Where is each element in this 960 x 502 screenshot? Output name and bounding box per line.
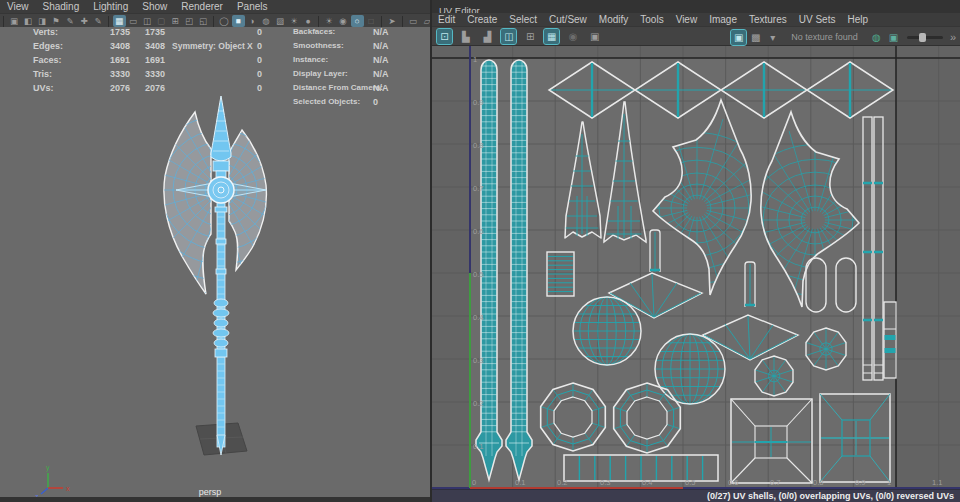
menu-view[interactable]: View [0, 1, 36, 12]
texture-status-label: No texture found [791, 32, 858, 42]
draw-icon[interactable]: ✎ [92, 15, 105, 27]
uv-statusbar: (0/27) UV shells, (0/0) overlapping UVs,… [432, 489, 960, 502]
uv-dim-image-icon[interactable]: ◉ [566, 29, 581, 44]
svg-text:0.3: 0.3 [600, 478, 610, 487]
svg-text:0.8: 0.8 [473, 141, 483, 150]
uv-grid-display-icon[interactable]: ⊞ [523, 29, 538, 44]
wireframe-mode-icon[interactable]: ◯ [218, 15, 231, 27]
light-icon[interactable]: ☀ [323, 15, 336, 27]
uv-menu-tools[interactable]: Tools [634, 14, 669, 25]
uv-menu-textures[interactable]: Textures [743, 14, 793, 25]
uv-distortion-icon[interactable]: ▙ [458, 29, 473, 44]
axe-model-canvas[interactable]: y x z persp [0, 27, 430, 497]
layout-left-icon[interactable]: ◰ [183, 15, 196, 27]
menu-lighting[interactable]: Lighting [86, 1, 135, 12]
menu-shading[interactable]: Shading [36, 1, 87, 12]
layout-quad-icon[interactable]: ▦ [113, 15, 126, 27]
perspective-viewport[interactable]: y x z persp Verts:173517350 Backfaces:N/… [0, 27, 430, 497]
axe-model[interactable] [109, 78, 333, 455]
uv-menu-view[interactable]: View [670, 14, 704, 25]
copy-view-icon[interactable]: ▭ [407, 15, 420, 27]
uv-menu-cutsew[interactable]: Cut/Sew [543, 14, 593, 25]
uv-canvas[interactable]: 0 0.1 0.2 0.3 0.4 0.5 0.6 0.7 0.8 0.9 1 … [432, 46, 960, 490]
uv-editor-panel: UV Editor Edit Create Select Cut/Sew Mod… [430, 0, 960, 502]
uv-snapshot-icon[interactable]: ▣ [587, 29, 602, 44]
svg-text:0.6: 0.6 [473, 227, 483, 236]
maya-window: View Shading Lighting Show Renderer Pane… [0, 0, 960, 502]
toolbar-separator [213, 16, 214, 27]
all-lights-icon[interactable]: ☀ [288, 15, 301, 27]
textured-mode-icon[interactable]: ◍ [260, 15, 273, 27]
uv-shell-count-status: (0/27) UV shells, (0/0) overlapping UVs,… [707, 491, 954, 501]
axe-blade-right[interactable] [229, 130, 266, 270]
toolbar-separator [318, 16, 319, 27]
layout-grid-icon[interactable]: ⊞ [169, 15, 182, 27]
svg-text:0.1: 0.1 [473, 442, 483, 451]
uv-menu-create[interactable]: Create [461, 14, 503, 25]
uv-shade-shells-icon[interactable]: ▟ [480, 29, 495, 44]
layout-split-icon[interactable]: ◫ [141, 15, 154, 27]
svg-text:0.9: 0.9 [473, 98, 483, 107]
axe-top-spike[interactable] [211, 96, 231, 177]
sphere-map-icon[interactable]: ◍ [869, 30, 884, 45]
camera-pan-icon[interactable]: ◧ [22, 15, 35, 27]
axis-y-label: y [46, 464, 50, 472]
circle-mode-icon[interactable]: ○ [351, 15, 364, 27]
svg-text:0.2: 0.2 [473, 399, 483, 408]
baked-texture-icon[interactable]: ▣ [886, 30, 901, 45]
shaded-mode-icon[interactable]: ■ [232, 15, 245, 27]
uv-border-display-icon[interactable]: ◫ [501, 29, 516, 44]
layout-empty-icon[interactable]: ▢ [155, 15, 168, 27]
svg-text:0.7: 0.7 [770, 478, 780, 487]
toolbar-separator [381, 16, 382, 27]
uv-pixel-snap-icon[interactable]: ▦ [544, 29, 559, 44]
checker-dropdown-caret-icon[interactable]: ▾ [765, 30, 780, 45]
svg-text:1: 1 [473, 55, 477, 64]
select-tool-icon[interactable]: ➤ [386, 15, 399, 27]
svg-text:0: 0 [472, 478, 476, 487]
bulb-icon[interactable]: ◉ [337, 15, 350, 27]
exposure-slider[interactable] [907, 36, 943, 39]
svg-text:0.2: 0.2 [557, 478, 567, 487]
viewport-bottom-edge [0, 497, 430, 502]
display-image-icon[interactable]: ▣ [731, 30, 746, 45]
pivot-icon[interactable]: ✚ [78, 15, 91, 27]
uv-menu-uvsets[interactable]: UV Sets [793, 14, 842, 25]
cube-dim-icon[interactable]: □ [365, 15, 378, 27]
svg-text:0.8: 0.8 [813, 478, 823, 487]
menu-renderer[interactable]: Renderer [174, 1, 230, 12]
menu-show[interactable]: Show [135, 1, 174, 12]
uv-menu-modify[interactable]: Modify [593, 14, 634, 25]
uv-menu-help[interactable]: Help [841, 14, 874, 25]
menu-panels[interactable]: Panels [230, 1, 275, 12]
viewport-panel: View Shading Lighting Show Renderer Pane… [0, 0, 430, 502]
axe-handle[interactable] [213, 171, 229, 455]
camera-icon[interactable]: ▣ [8, 15, 21, 27]
svg-text:0.3: 0.3 [473, 356, 483, 365]
checker-map-icon[interactable]: ▩ [748, 30, 763, 45]
svg-text:1: 1 [887, 478, 891, 487]
uv-editor-titlebar[interactable]: UV Editor [432, 0, 960, 14]
pencil-icon[interactable]: ✎ [64, 15, 77, 27]
uv-menu-select[interactable]: Select [503, 14, 543, 25]
camera-roll-icon[interactable]: ◨ [36, 15, 49, 27]
half-shade-icon[interactable]: ◑ [246, 15, 259, 27]
axis-gizmo: y x z [35, 464, 70, 497]
uv-editor-menubar: Edit Create Select Cut/Sew Modify Tools … [432, 13, 960, 26]
svg-text:0.5: 0.5 [473, 270, 483, 279]
uv-menu-edit[interactable]: Edit [432, 14, 461, 25]
uv-lattice-tool-icon[interactable]: ⊡ [437, 29, 452, 44]
panel-expand-icon[interactable]: » [950, 31, 956, 43]
slider-knob[interactable] [919, 33, 926, 42]
toolbar-separator [108, 16, 109, 27]
svg-text:0.4: 0.4 [473, 313, 483, 322]
svg-text:0.9: 0.9 [855, 478, 865, 487]
bookmark-icon[interactable]: ⚑ [50, 15, 63, 27]
wire-on-shaded-icon[interactable]: ▨ [274, 15, 287, 27]
uv-menu-image[interactable]: Image [703, 14, 743, 25]
camera-label: persp [199, 487, 222, 497]
layout-wide-icon[interactable]: ▭ [127, 15, 140, 27]
axis-x-label: x [66, 485, 70, 492]
backface-icon[interactable]: ● [302, 15, 315, 27]
layout-right-icon[interactable]: ◱ [197, 15, 210, 27]
